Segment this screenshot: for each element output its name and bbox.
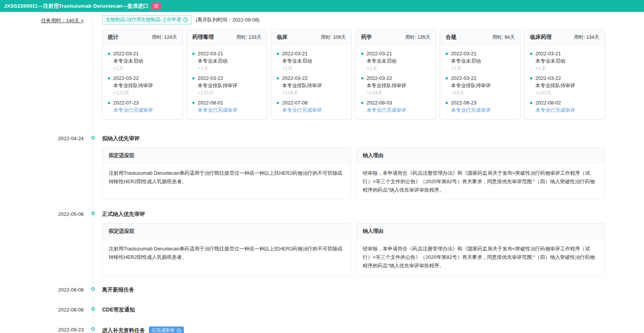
specialty-card-body: 2022-03-21 本专业未启动 +1天 2022-03-22 本专业排队待审… (102, 45, 182, 119)
card-step: 2022-03-21 本专业未启动 +1天 (108, 50, 177, 72)
detail-panel: 拟定适应症 注射用Trastuzumab Deruxtecan单药适用于治疗既往… (102, 223, 351, 276)
specialty-card: 临床药理 用时: 134天 2022-03-21 本专业未启动 +1天 2022… (524, 29, 605, 119)
specialty-card-duration: 用时: 134天 (574, 34, 599, 41)
timeline-item-content: 离开新报任务 (102, 286, 605, 293)
step-delta: +1天 (535, 65, 599, 72)
step-delta: +1天 (367, 65, 430, 72)
step-dot-icon (108, 77, 110, 80)
step-delta: +108天 (282, 89, 346, 96)
specialty-card-title: 统计 (108, 34, 119, 41)
priority-badge: 优 (152, 3, 161, 10)
timeline-item: 2022-09-23 进入补充资料任务 已完成审评 (0, 326, 644, 333)
step-date: 2022-03-22 (113, 75, 139, 82)
step-dot-icon (446, 77, 448, 80)
step-status: 本专业排队待审评 (282, 82, 346, 89)
specialty-card-header: 临床药理 用时: 134天 (525, 30, 604, 45)
specialty-card-body: 2022-03-21 本专业未启动 +1天 2022-03-22 本专业排队待审… (187, 45, 267, 119)
specialty-card-duration: 用时: 135天 (405, 34, 430, 41)
step-status: 本专业未启动 (451, 57, 515, 65)
timeline-event-title: 正式纳入优先审评 (102, 211, 145, 218)
specialty-card: 统计 用时: 124天 2022-03-21 本专业未启动 +1天 2022-0… (102, 29, 183, 119)
step-delta: +133天 (535, 89, 599, 96)
timeline-item-content: 拟纳入优先审评 拟定适应症 注射用Trastuzumab Deruxtecan单… (102, 135, 605, 200)
card-step-head: 2022-03-21 (277, 50, 346, 57)
timeline-date: 2022-05-06 (0, 210, 84, 217)
detail-panel-body: 注射用Trastuzumab Deruxtecan单药适用于治疗既往接受过一种或… (102, 164, 350, 191)
card-step: 2022-07-23 本专业已完成审评 (108, 99, 177, 114)
timeline-node-icon (91, 287, 95, 291)
specialty-card: 药学 用时: 135天 2022-03-21 本专业未启动 +1天 2022-0… (355, 29, 436, 119)
step-dot-icon (277, 102, 279, 104)
step-status: 本专业已完成审评 (535, 106, 599, 114)
card-step: 2022-03-22 本专业排队待审评 +93天 (446, 75, 515, 96)
card-step-head: 2022-08-03 (361, 99, 430, 106)
task-duration-cell: 任务用时：140天 > (0, 15, 84, 24)
specialty-card-title: 药学 (361, 34, 372, 41)
specialty-card-duration: 用时: 133天 (236, 34, 261, 41)
timeline-title-row: 拟纳入优先审评 (102, 135, 605, 142)
detail-panel-header: 拟定适应症 (102, 224, 350, 239)
detail-panel-header: 拟定适应症 (102, 148, 350, 164)
step-dot-icon (108, 53, 110, 55)
head-content: 生物制品-治疗用生物制品-上市申请 (离开队列时间：2022-08-08) 统计… (102, 15, 605, 119)
detail-panel-body: 注射用Trastuzumab Deruxtecan单药适用于治疗既往接受过一种或… (102, 239, 350, 267)
step-date: 2022-08-02 (535, 99, 561, 106)
card-step-head: 2022-03-22 (446, 75, 515, 82)
timeline-item: 2022-08-08 离开新报任务 (0, 286, 644, 293)
step-dot-icon (277, 77, 279, 80)
step-date: 2022-03-21 (367, 50, 392, 57)
timeline-node-icon (91, 212, 95, 215)
step-status: 本专业未启动 (113, 57, 177, 65)
review-complete-badge[interactable]: 已完成审评 (149, 326, 184, 333)
timeline-date: 2022-08-08 (0, 286, 84, 293)
clock-icon (183, 17, 188, 22)
card-step-head: 2022-03-22 (277, 75, 346, 82)
specialty-card-body: 2022-03-21 本专业未启动 +1天 2022-03-22 本专业排队待审… (440, 45, 520, 119)
step-delta: +132天 (198, 89, 261, 96)
detail-panels: 拟定适应症 注射用Trastuzumab Deruxtecan单药适用于治疗既往… (102, 147, 605, 200)
step-date: 2022-07-23 (113, 99, 139, 106)
step-status: 本专业已完成审评 (282, 106, 346, 114)
step-dot-icon (361, 53, 363, 55)
step-dot-icon (446, 102, 448, 104)
timeline-title-row: 进入补充资料任务 已完成审评 (102, 326, 605, 333)
card-step: 2022-08-01 本专业已完成审评 (192, 99, 261, 114)
specialty-card-duration: 用时: 124天 (152, 34, 177, 41)
timeline-item-content: 正式纳入优先审评 拟定适应症 注射用Trastuzumab Deruxtecan… (102, 210, 605, 276)
step-delta: +1天 (113, 65, 177, 72)
specialty-card: 合规 用时: 94天 2022-03-21 本专业未启动 +1天 2022-03… (440, 29, 520, 119)
step-date: 2022-03-22 (535, 75, 561, 82)
step-status: 本专业已完成审评 (198, 106, 261, 114)
timeline-line (92, 17, 93, 333)
step-date: 2022-03-21 (282, 50, 308, 57)
card-step-head: 2022-03-22 (192, 75, 261, 82)
step-status: 本专业已完成审评 (113, 106, 177, 114)
timeline-item: 2022-05-06 正式纳入优先审评 拟定适应症 注射用Trastuzumab… (0, 210, 644, 276)
detail-panel: 拟定适应症 注射用Trastuzumab Deruxtecan单药适用于治疗既往… (102, 147, 351, 200)
specialty-card: 临床 用时: 109天 2022-03-21 本专业未启动 +1天 2022-0… (271, 29, 352, 119)
step-date: 2022-07-08 (282, 99, 308, 106)
specialty-card-duration: 用时: 94天 (492, 34, 515, 41)
step-dot-icon (108, 102, 110, 104)
timeline-node (84, 306, 102, 311)
step-date: 2022-03-22 (198, 75, 223, 82)
step-delta: +1天 (451, 65, 515, 72)
task-duration-link[interactable]: 任务用时：140天 > (41, 18, 84, 23)
card-step: 2022-06-23 本专业已完成审评 (446, 99, 515, 114)
application-type-badge[interactable]: 生物制品-治疗用生物制品-上市申请 (102, 15, 192, 25)
step-status: 本专业已完成审评 (451, 106, 515, 114)
card-step: 2022-03-22 本专业排队待审评 +108天 (277, 75, 346, 96)
step-date: 2022-03-22 (451, 75, 477, 82)
application-type-label: 生物制品-治疗用生物制品-上市申请 (106, 17, 181, 23)
timeline-node-icon (91, 136, 95, 139)
timeline-date: 2022-04-24 (0, 135, 84, 141)
timeline-event-title: 离开新报任务 (102, 287, 134, 293)
step-status: 本专业排队待审评 (451, 82, 515, 89)
card-step: 2022-03-21 本专业未启动 +1天 (192, 50, 261, 72)
card-step-head: 2022-07-08 (277, 99, 346, 106)
card-step: 2022-03-21 本专业未启动 +1天 (530, 50, 599, 72)
step-date: 2022-03-21 (535, 50, 561, 57)
timeline-node (84, 210, 102, 215)
specialty-card-body: 2022-03-21 本专业未启动 +1天 2022-03-22 本专业排队待审… (356, 45, 436, 119)
card-step-head: 2022-03-21 (530, 50, 599, 57)
